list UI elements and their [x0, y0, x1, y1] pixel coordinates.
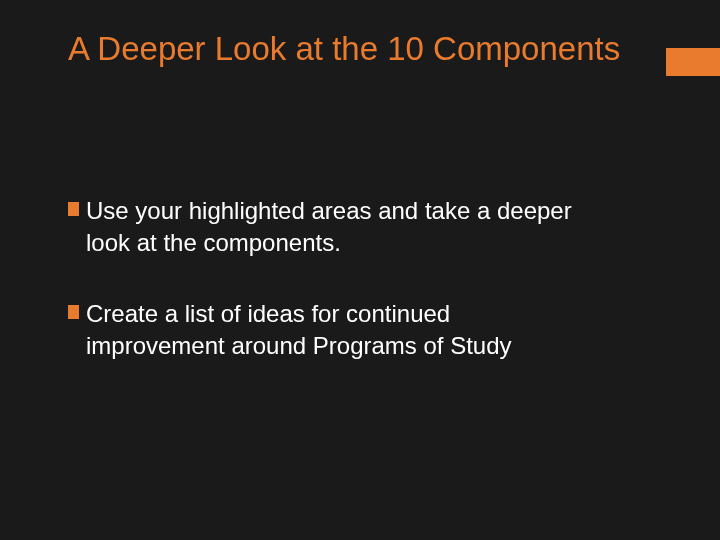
list-item: Create a list of ideas for continued imp…	[68, 298, 590, 363]
list-item: Use your highlighted areas and take a de…	[68, 195, 590, 260]
bullet-icon	[68, 202, 79, 216]
accent-bar	[666, 48, 720, 76]
list-item-text: Use your highlighted areas and take a de…	[86, 197, 572, 256]
list-item-text: Create a list of ideas for continued imp…	[86, 300, 512, 359]
page-title: A Deeper Look at the 10 Components	[68, 28, 620, 69]
bullet-icon	[68, 305, 79, 319]
bullet-list: Use your highlighted areas and take a de…	[68, 195, 590, 401]
